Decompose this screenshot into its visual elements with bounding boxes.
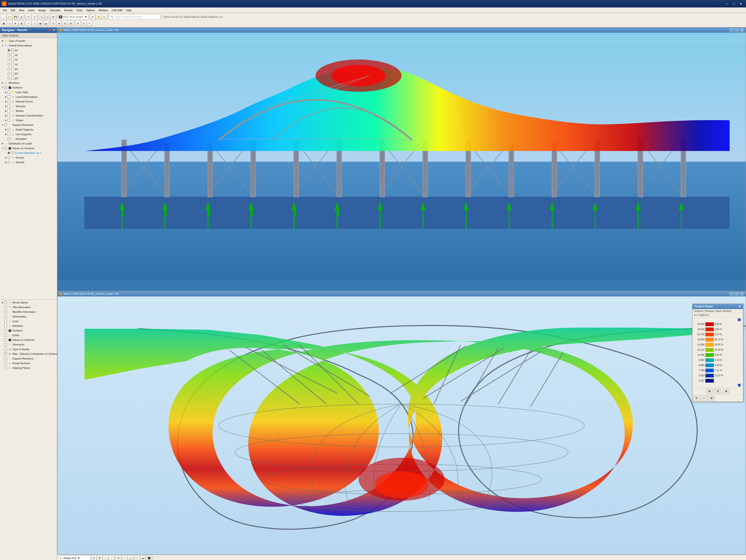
tree-resultant[interactable]: ↑ Resultant [0, 137, 57, 141]
checkbox-uy[interactable] [11, 58, 14, 61]
tb-rotate[interactable]: ⟳ [90, 14, 95, 20]
maximize-button[interactable]: □ [730, 1, 737, 6]
tree-deform-u-abs[interactable]: |u| [0, 48, 57, 53]
toolbar-load-case-dropdown[interactable]: D LC1 Peso propio ▼ [58, 14, 88, 19]
tree-result-values[interactable]: ▶ ≡ Result Values [0, 300, 57, 305]
cp-refresh-btn[interactable]: ↺ [715, 389, 721, 394]
tb-axis[interactable]: ⌖ [87, 21, 92, 26]
bottom-tb-3[interactable]: ↔ [103, 555, 108, 560]
tree-layer-side[interactable]: ▶ 📁 Layer Side [0, 90, 57, 94]
tree-deform-uy[interactable]: uy [0, 57, 57, 62]
bottom-tb-9[interactable]: ▬ [141, 555, 146, 560]
checkbox-result-sections[interactable] [4, 362, 7, 365]
checkbox-current-selection[interactable] [11, 151, 14, 154]
viewport-top-maximize[interactable]: □ [735, 28, 739, 32]
checkbox-shape[interactable] [7, 119, 10, 122]
checkbox-ribs[interactable] [4, 353, 7, 355]
checkbox-lines[interactable] [4, 320, 7, 323]
radio-phiy[interactable] [7, 72, 10, 75]
checkbox-ux[interactable] [11, 53, 14, 56]
checkbox-nodal-supports[interactable] [7, 128, 10, 131]
tree-stresses[interactable]: ▶ ≈ Stresses [0, 104, 57, 109]
tree-maxmin-info[interactable]: ↕ Max/Min Information [0, 310, 57, 314]
checkbox-result-values[interactable] [4, 301, 7, 304]
checkbox-support-reactions[interactable] [4, 123, 7, 126]
radio-groups[interactable] [7, 156, 10, 159]
radio-specific[interactable] [7, 161, 10, 164]
tree-line-supports[interactable]: ▶ ⊾ Line Supports [0, 132, 57, 137]
tree-surfaces[interactable]: ▼ ⬛ Surfaces [0, 85, 57, 90]
tb-view-3d[interactable]: ⊠ [68, 21, 74, 26]
tb-print[interactable]: 🖨 [19, 14, 24, 20]
tb-undo[interactable]: ↩ [26, 14, 31, 20]
radio-phix[interactable] [7, 67, 10, 70]
tree-members[interactable]: ▶ ╪ Members [0, 81, 57, 85]
tree-isotropic[interactable]: ▶ ⊕ Isotropic Characteristics [0, 113, 57, 118]
tb-node[interactable]: • [26, 21, 31, 26]
checkbox-phiz[interactable] [11, 77, 14, 80]
checkbox-layer-side[interactable] [7, 91, 10, 93]
tree-deform-uz[interactable]: uz [0, 62, 57, 66]
radio-uz[interactable] [7, 63, 10, 65]
tb-save[interactable]: 💾 [12, 14, 18, 20]
tb-line[interactable]: ╱ [31, 21, 37, 26]
tb-zoom-out[interactable]: 🔎 [45, 14, 50, 20]
tree-global-deformations[interactable]: ▼ ≋ Global Deformations [0, 43, 57, 48]
radio-uy[interactable] [7, 58, 10, 61]
tree-internal-forces[interactable]: ▶ ⟨⟩ Internal Forces [0, 99, 57, 104]
checkbox-values-surfaces-display[interactable] [4, 338, 7, 341]
menu-edit[interactable]: Edit [9, 8, 17, 12]
tree-clipping-planes[interactable]: ⬡ Clipping Planes [0, 366, 57, 370]
cp-settings-btn[interactable]: ⚙ [706, 389, 713, 394]
tree-support-reactions[interactable]: ▼ ↑ Support Reactions [0, 122, 57, 127]
radio-ux[interactable] [7, 53, 10, 56]
checkbox-title-info[interactable] [4, 306, 7, 309]
tree-ribs[interactable]: ⊞ Ribs - Effective Contribution on Surfa… [0, 352, 57, 356]
bottom-tb-1[interactable]: ⊡ [91, 555, 96, 560]
tb-snap[interactable]: ⊕ [75, 21, 81, 26]
tb-new[interactable]: 📄 [1, 14, 6, 20]
checkbox-internal-forces[interactable] [7, 100, 10, 103]
bottom-tb-5[interactable]: ⊕ [116, 555, 121, 560]
tb-surface[interactable]: ▦ [37, 21, 43, 26]
bottom-tb-7[interactable]: △ [127, 555, 133, 560]
checkbox-clipping-planes[interactable] [4, 366, 7, 369]
checkbox-isotropic[interactable] [7, 114, 10, 117]
viewport-bottom-close[interactable]: ✕ [740, 292, 744, 296]
tb-wireframe[interactable]: ◻ [7, 21, 12, 26]
tb-member[interactable]: ▬ [43, 21, 49, 26]
tree-groups[interactable]: ▶ ✦ Groups [0, 155, 57, 160]
bottom-tb-8[interactable]: ╱ [135, 555, 140, 560]
menu-help[interactable]: Help [124, 8, 134, 12]
menu-insert[interactable]: Insert [26, 8, 36, 12]
menu-file[interactable]: File [1, 8, 9, 12]
menu-view[interactable]: View [17, 8, 26, 12]
tree-deform-ux[interactable]: ux [0, 53, 57, 57]
checkbox-deformation[interactable] [4, 315, 7, 318]
cp-btn-1[interactable]: ⊡ [693, 396, 700, 401]
tb-view-front[interactable]: ⊡ [50, 21, 56, 26]
checkbox-dimension[interactable] [4, 343, 7, 346]
tb-redo[interactable]: ↪ [31, 14, 37, 20]
menu-tools[interactable]: Tools [75, 8, 84, 12]
checkbox-surfaces[interactable] [4, 86, 7, 89]
tb-fit[interactable]: ⊞ [50, 14, 56, 20]
tree-strains[interactable]: ▶ ∿ Strains [0, 109, 57, 113]
viewport-top-minimize[interactable]: ─ [729, 28, 734, 32]
checkbox-phiy[interactable] [11, 72, 14, 75]
checkbox-members-display[interactable] [4, 325, 7, 327]
tree-distribution-of-loads[interactable]: ▶ ⇣ Distribution of Loads [0, 141, 57, 146]
menu-calculate[interactable]: Calculate [48, 8, 62, 12]
checkbox-stresses[interactable] [7, 105, 10, 108]
tree-values-on-surfaces[interactable]: ▼ ⬛ Values on Surfaces [0, 146, 57, 150]
radio-u-abs[interactable] [7, 49, 10, 52]
tb-view-side[interactable]: ⊞ [56, 21, 62, 26]
cp-btn-3[interactable]: ⊞ [708, 396, 715, 401]
tree-values-surfaces-display[interactable]: ⬛ Values on Surfaces [0, 338, 57, 342]
tb-shaded[interactable]: ◑ [19, 21, 24, 26]
menu-options[interactable]: Options [84, 8, 97, 12]
tree-deform-phiy[interactable]: φY [0, 71, 57, 76]
bottom-tb-10[interactable]: ⬛ [146, 555, 152, 560]
tb-solid[interactable]: ◈ [12, 21, 18, 26]
tree-surfaces-display[interactable]: ⬛ Surfaces [0, 328, 57, 333]
